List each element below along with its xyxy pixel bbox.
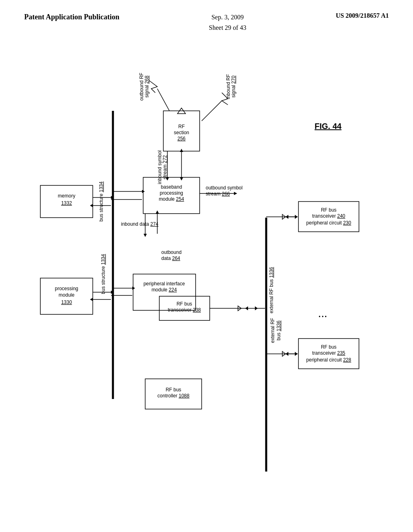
ellipsis-dots: • • • (319, 314, 326, 320)
outbound-data-label2: data 264 (161, 256, 180, 261)
outbound-rf-label2: signal 268 (144, 75, 150, 98)
rf-section-label1: RF (178, 124, 185, 129)
pc230-label1: RF bus (321, 207, 337, 213)
processing-module-label: processing (55, 286, 78, 291)
fig-label: FIG. 44 (315, 122, 342, 131)
pc228-arr1 (286, 352, 288, 356)
rfc-label1: RF bus (166, 387, 181, 393)
outbound-sym-label: outbound symbol (206, 185, 242, 191)
pc230-arr2 (295, 215, 298, 219)
rft238-arr2 (255, 306, 258, 310)
outbound-zigzag (149, 81, 157, 93)
pc230-label2: transceiver 240 (312, 213, 345, 219)
outbound-data-head (156, 210, 159, 214)
bb-to-rf-head2 (180, 149, 183, 152)
pc230-arr1 (286, 215, 288, 219)
patent-diagram: FIG. 44 bus structure 1334 external RF b… (24, 48, 387, 512)
pc228-arr2 (295, 352, 298, 356)
page-header: Patent Application Publication Sep. 3, 2… (0, 0, 413, 33)
rf-section-label2: section (174, 130, 189, 135)
outbound-rf-label: outbound RF (139, 73, 144, 100)
diagram-svg: FIG. 44 bus structure 1334 external RF b… (24, 48, 387, 512)
pc228-label2: transceiver 235 (312, 350, 345, 356)
header-center: Sep. 3, 2009 Sheet 29 of 43 (209, 12, 246, 33)
memory-label: memory (58, 193, 75, 199)
baseband-label2: processing (160, 190, 183, 196)
inbound-data-label: inbound data 274 (121, 221, 159, 227)
pi-label1: peripheral interface (144, 281, 185, 287)
baseband-label3: module 254 (159, 196, 184, 202)
external-rf-bus-label: external RF (270, 318, 275, 343)
bus-structure-label: bus structure 1334 (100, 254, 106, 294)
inbound-rf-label: inbound RF (225, 74, 231, 99)
inbound-rf-arrow (202, 101, 222, 121)
inbound-rf-label2: signal 270 (231, 75, 236, 98)
rft238-label1: RF bus (177, 301, 192, 307)
publication-date: Sep. 3, 2009 (209, 12, 246, 23)
rf-outbound-arrow (157, 89, 169, 111)
inbound-sym-label: inbound symbol (157, 150, 163, 184)
outbound-sym-head (234, 192, 237, 195)
sheet-info: Sheet 29 of 43 (209, 23, 246, 33)
mem-arrow-head-left (90, 204, 93, 207)
baseband-label1: baseband (161, 184, 182, 190)
bs-label-text: bus structure 1334 (98, 181, 104, 222)
pm-arrow-head-left (90, 298, 93, 301)
pc228-label1: RF bus (321, 344, 337, 350)
memory-num: 1332 (61, 200, 72, 206)
publication-title: Patent Application Publication (24, 12, 119, 22)
rft238-label2: transceiver 238 (168, 307, 201, 313)
inbound-data-head (144, 234, 147, 237)
outbound-sym-label2: stream 266 (206, 191, 230, 197)
bb-to-rf-head (180, 177, 183, 181)
patent-number: US 2009/218657 A1 (336, 12, 389, 19)
external-rf-bus-label2: bus 1336 (276, 320, 282, 341)
pc230-label3: peripheral circuit 230 (306, 220, 351, 226)
pc228-label3: peripheral circuit 228 (306, 357, 351, 363)
outbound-data-label: outbound (161, 249, 181, 255)
pi-label2: module 224 (152, 287, 177, 293)
rft238-arr1 (245, 306, 248, 310)
inbound-sym-label2: stream 272 (162, 155, 168, 179)
ext-bus-label: external RF bus 1336 (269, 267, 274, 313)
rf-section-num: 256 (177, 136, 186, 141)
processing-module-num: 1330 (61, 299, 72, 305)
pi-arrow-head (132, 287, 135, 290)
processing-module-label2: module (58, 292, 75, 298)
rfc-label2: controller 1088 (157, 393, 190, 399)
